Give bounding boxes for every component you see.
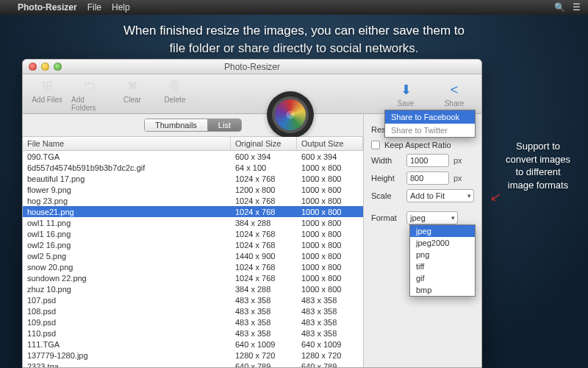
cell-file-name: house21.png bbox=[23, 206, 231, 217]
format-label: Format bbox=[371, 213, 402, 222]
cell-output-size: 1000 x 800 bbox=[297, 228, 363, 239]
cell-file-name: flower 9.png bbox=[23, 184, 231, 195]
table-row[interactable]: beautiful 17.png1024 x 7681000 x 800 bbox=[23, 173, 363, 184]
format-select[interactable]: jpeg bbox=[406, 211, 458, 224]
folder-icon: 🗀 bbox=[80, 77, 99, 96]
cell-original-size: 1024 x 768 bbox=[231, 206, 297, 217]
cell-file-name: sundown 22.png bbox=[23, 272, 231, 283]
save-button[interactable]: ⬇ Save bbox=[387, 80, 424, 107]
table-row[interactable]: 090.TGA600 x 394600 x 394 bbox=[23, 151, 363, 162]
trash-icon: 🗑 bbox=[165, 77, 184, 96]
height-input[interactable]: 800 bbox=[406, 171, 449, 185]
clear-button[interactable]: ✖ Clear bbox=[114, 77, 151, 112]
cell-original-size: 384 x 288 bbox=[231, 217, 297, 228]
table-row[interactable]: house21.png1024 x 7681000 x 800 bbox=[23, 206, 363, 217]
share-button[interactable]: < Share Share to Facebook Share to Twitt… bbox=[436, 80, 473, 107]
table-row[interactable]: snow 20.png1024 x 7681000 x 800 bbox=[23, 261, 363, 272]
menu-icon[interactable]: ☰ bbox=[573, 2, 581, 13]
cell-file-name: beautiful 17.png bbox=[23, 173, 231, 184]
cell-file-name: snow 20.png bbox=[23, 261, 231, 272]
cell-output-size: 1000 x 800 bbox=[297, 184, 363, 195]
file-table[interactable]: File Name Original Size Output Size 090.… bbox=[23, 136, 363, 367]
add-files-button[interactable]: ⊞ Add Files bbox=[29, 77, 65, 112]
table-row[interactable]: flower 9.png1200 x 8001000 x 800 bbox=[23, 184, 363, 195]
share-icon: < bbox=[445, 80, 464, 99]
table-row[interactable]: 107.psd483 x 358483 x 358 bbox=[23, 294, 363, 305]
cell-output-size: 600 x 394 bbox=[297, 151, 363, 162]
overlay-line1: When finished resize the images, you can… bbox=[0, 22, 588, 40]
cell-output-size: 1000 x 800 bbox=[297, 206, 363, 217]
table-row[interactable]: sundown 22.png1024 x 7681000 x 800 bbox=[23, 272, 363, 283]
add-files-label: Add Files bbox=[32, 96, 62, 104]
table-row[interactable]: 110.psd483 x 358483 x 358 bbox=[23, 328, 363, 339]
width-input[interactable]: 1000 bbox=[406, 154, 449, 167]
cell-original-size: 1200 x 800 bbox=[231, 184, 297, 195]
callout-arrow-icon: ↙ bbox=[489, 188, 503, 205]
mac-menubar: Photo-Resizer File Help 🔍 ☰ bbox=[0, 0, 588, 15]
table-row[interactable]: zhuz 10.png384 x 2881000 x 800 bbox=[23, 283, 363, 294]
tab-thumbnails[interactable]: Thumbnails bbox=[145, 119, 208, 131]
col-original-size[interactable]: Original Size bbox=[231, 137, 297, 150]
table-row[interactable]: owl2 5.png1440 x 9001000 x 800 bbox=[23, 250, 363, 261]
overlay-headline: When finished resize the images, you can… bbox=[0, 22, 588, 57]
table-row[interactable]: 137779-1280.jpg1280 x 7201280 x 720 bbox=[23, 350, 363, 361]
add-folders-button[interactable]: 🗀 Add Folders bbox=[71, 77, 108, 112]
cell-original-size: 483 x 358 bbox=[231, 305, 297, 316]
clear-icon: ✖ bbox=[123, 77, 142, 96]
cell-output-size: 483 x 358 bbox=[297, 305, 363, 316]
share-twitter-item[interactable]: Share to Twitter bbox=[385, 124, 475, 137]
format-option[interactable]: png bbox=[410, 249, 475, 261]
cell-output-size: 1000 x 800 bbox=[297, 250, 363, 261]
titlebar: Photo-Resizer bbox=[23, 60, 481, 74]
cell-original-size: 640 x 1009 bbox=[231, 339, 297, 350]
table-row[interactable]: 108.psd483 x 358483 x 358 bbox=[23, 305, 363, 316]
share-facebook-item[interactable]: Share to Facebook bbox=[385, 110, 475, 124]
col-file-name[interactable]: File Name bbox=[23, 137, 231, 150]
cell-original-size: 483 x 358 bbox=[231, 294, 297, 305]
cell-file-name: 111.TGA bbox=[23, 339, 231, 350]
cell-original-size: 1280 x 720 bbox=[231, 350, 297, 361]
cell-output-size: 1000 x 800 bbox=[297, 272, 363, 283]
cell-output-size: 1000 x 800 bbox=[297, 239, 363, 250]
cell-file-name: 2323.tga bbox=[23, 361, 231, 367]
height-label: Height bbox=[371, 174, 402, 183]
table-row[interactable]: 2323.tga640 x 789640 x 789 bbox=[23, 361, 363, 367]
cell-output-size: 1000 x 800 bbox=[297, 283, 363, 294]
menubar-app-name[interactable]: Photo-Resizer bbox=[18, 2, 77, 13]
table-row[interactable]: owl1 16.png1024 x 7681000 x 800 bbox=[23, 228, 363, 239]
keep-aspect-checkbox[interactable] bbox=[371, 141, 380, 149]
cell-original-size: 1024 x 768 bbox=[231, 239, 297, 250]
cell-file-name: 090.TGA bbox=[23, 151, 231, 162]
table-row[interactable]: 6d557d4574b591b9b3b7dc2c.gif64 x 1001000… bbox=[23, 162, 363, 173]
cell-output-size: 483 x 358 bbox=[297, 294, 363, 305]
delete-button[interactable]: 🗑 Delete bbox=[157, 77, 193, 112]
format-option[interactable]: jpeg2000 bbox=[410, 237, 475, 249]
cell-original-size: 1024 x 768 bbox=[231, 272, 297, 283]
cell-original-size: 1024 x 768 bbox=[231, 195, 297, 206]
format-option[interactable]: tiff bbox=[410, 261, 475, 272]
format-option[interactable]: gif bbox=[410, 272, 475, 284]
cell-file-name: owl2 16.png bbox=[23, 239, 231, 250]
table-row[interactable]: owl1 11.png384 x 2881000 x 800 bbox=[23, 217, 363, 228]
keep-aspect-label: Keep Aspect Ratio bbox=[384, 141, 451, 149]
scale-label: Scale bbox=[371, 191, 402, 200]
search-icon[interactable]: 🔍 bbox=[554, 2, 565, 13]
format-option[interactable]: jpeg bbox=[410, 225, 475, 237]
tab-list[interactable]: List bbox=[208, 119, 241, 131]
height-unit: px bbox=[453, 174, 462, 183]
table-row[interactable]: hog 23.png1024 x 7681000 x 800 bbox=[23, 195, 363, 206]
menubar-file[interactable]: File bbox=[87, 2, 101, 13]
table-row[interactable]: owl2 16.png1024 x 7681000 x 800 bbox=[23, 239, 363, 250]
scale-select[interactable]: Add to Fit bbox=[406, 189, 474, 202]
col-output-size[interactable]: Output Size bbox=[297, 137, 363, 150]
menubar-help[interactable]: Help bbox=[112, 2, 130, 13]
format-option[interactable]: bmp bbox=[410, 284, 475, 296]
cell-output-size: 640 x 1009 bbox=[297, 339, 363, 350]
cell-output-size: 1000 x 800 bbox=[297, 162, 363, 173]
table-row[interactable]: 109.psd483 x 358483 x 358 bbox=[23, 316, 363, 328]
cell-output-size: 1280 x 720 bbox=[297, 350, 363, 361]
overlay-line2: file folder or share directly to social … bbox=[0, 40, 588, 57]
cell-file-name: 108.psd bbox=[23, 305, 231, 316]
table-row[interactable]: 111.TGA640 x 1009640 x 1009 bbox=[23, 339, 363, 350]
table-header: File Name Original Size Output Size bbox=[23, 137, 363, 151]
